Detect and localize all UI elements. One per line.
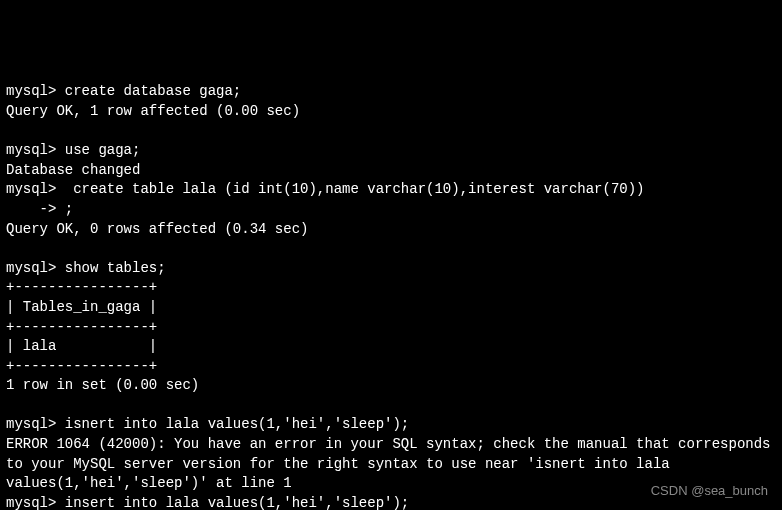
terminal-line	[6, 396, 776, 416]
terminal-line: mysql> show tables;	[6, 259, 776, 279]
terminal-line: -> ;	[6, 200, 776, 220]
terminal-line: mysql> isnert into lala values(1,'hei','…	[6, 415, 776, 435]
terminal-line: Query OK, 0 rows affected (0.34 sec)	[6, 220, 776, 240]
terminal-line: +----------------+	[6, 357, 776, 377]
terminal-line: mysql> use gaga;	[6, 141, 776, 161]
watermark-text: CSDN @sea_bunch	[651, 482, 768, 500]
terminal-line: +----------------+	[6, 278, 776, 298]
terminal-line: 1 row in set (0.00 sec)	[6, 376, 776, 396]
terminal-line: mysql> create database gaga;	[6, 82, 776, 102]
terminal-line: | Tables_in_gaga |	[6, 298, 776, 318]
terminal-line	[6, 239, 776, 259]
terminal-line: +----------------+	[6, 318, 776, 338]
terminal-line: mysql> create table lala (id int(10),nam…	[6, 180, 776, 200]
terminal-line: | lala |	[6, 337, 776, 357]
terminal-line	[6, 122, 776, 142]
terminal-line: Database changed	[6, 161, 776, 181]
terminal-line: Query OK, 1 row affected (0.00 sec)	[6, 102, 776, 122]
terminal-output[interactable]: mysql> create database gaga;Query OK, 1 …	[6, 82, 776, 510]
